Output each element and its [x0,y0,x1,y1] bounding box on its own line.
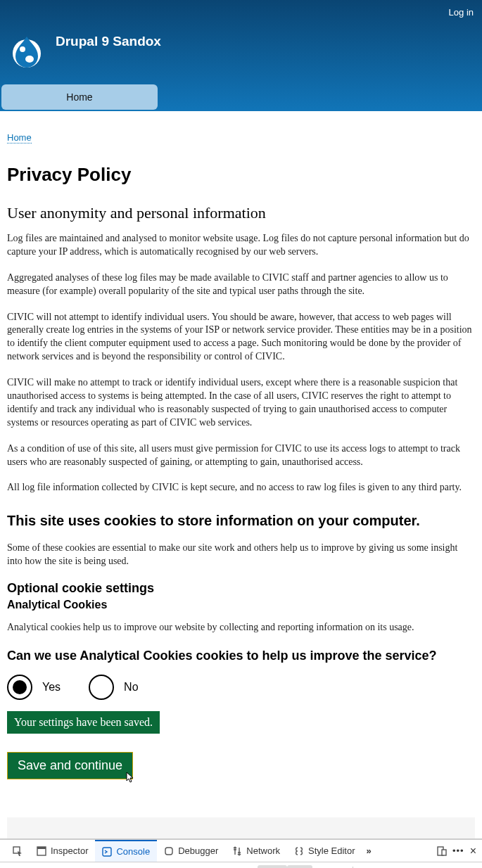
site-brand: Drupal 9 Sandox [8,28,161,69]
pill-xhr[interactable]: XHR [386,865,415,868]
tab-label: Debugger [178,845,218,856]
save-continue-button[interactable]: Save and continue [7,752,133,779]
tab-debugger[interactable]: Debugger [157,840,225,862]
paragraph: As a condition of use of this site, all … [7,442,475,469]
paragraph: Aggregated analyses of these log files m… [7,272,475,298]
tab-console[interactable]: Console [95,840,157,862]
paragraph: Analytical cookies help us to improve ou… [7,621,475,634]
tab-inspector[interactable]: Inspector [30,840,95,862]
svg-rect-9 [442,850,446,855]
debugger-icon [164,846,174,856]
tab-label: Console [116,846,150,857]
svg-point-1 [25,56,34,63]
heading-cookies: This site uses cookies to store informat… [7,513,475,529]
pill-warnings[interactable]: Warnings [211,865,258,868]
heading-analytical: Analytical Cookies [7,599,475,611]
paragraph: CIVIC will make no attempt to track or i… [7,376,475,430]
responsive-mode-icon[interactable] [437,846,447,856]
footer-placeholder [7,817,475,838]
radio-circle-icon [7,675,32,700]
cursor-pointer-icon [124,771,135,789]
heading-optional: Optional cookie settings [7,581,475,596]
devtools-panel: Inspector Console Debugger Network Style… [0,838,482,868]
pick-element-icon [13,846,23,856]
close-devtools-icon[interactable]: × [470,845,476,857]
page-title: Privacy Policy [7,164,475,186]
devtools-tabs: Inspector Console Debugger Network Style… [0,840,482,862]
pill-debug[interactable]: Debug [312,865,348,868]
pill-info[interactable]: Info [287,865,312,868]
site-name: Drupal 9 Sandox [56,34,161,49]
pill-css[interactable]: CSS [357,865,386,868]
pill-requests[interactable]: Requests [415,865,462,868]
pill-errors[interactable]: Errors [177,865,211,868]
success-message: Your settings have been saved. [7,711,160,734]
save-button-label: Save and continue [18,758,122,772]
login-link[interactable]: Log in [449,7,474,18]
nav-home-tab[interactable]: Home [1,84,158,110]
paragraph: Some of these cookies are essential to m… [7,542,475,568]
radio-yes[interactable]: Yes [7,675,61,700]
svg-rect-5 [37,847,46,849]
style-editor-icon [294,846,304,856]
radio-yes-label: Yes [42,681,61,694]
svg-rect-7 [165,848,172,855]
kebab-menu-icon[interactable]: ••• [452,845,464,856]
paragraph: All log file information collected by CI… [7,481,475,494]
radio-no-label: No [124,681,138,694]
tab-label: Style Editor [308,845,355,856]
inspector-icon [37,846,46,856]
console-filter-bar: Errors Warnings Logs Info Debug CSS XHR … [0,862,482,868]
tab-label: Inspector [51,845,88,856]
console-icon [102,847,112,857]
site-header: Log in Drupal 9 Sandox Home [0,0,482,111]
tab-style-editor[interactable]: Style Editor [287,840,362,862]
heading-anonymity: User anonymity and personal information [7,204,475,222]
radio-no[interactable]: No [89,675,138,700]
cookie-question: Can we use Analytical Cookies cookies to… [7,649,475,663]
radio-circle-icon [89,675,114,700]
paragraph: CIVIC will not attempt to identify indiv… [7,311,475,364]
main-content: Privacy Policy User anonymity and person… [0,143,482,793]
svg-point-2 [20,46,25,52]
pill-logs[interactable]: Logs [258,865,287,868]
tab-label: Network [246,845,280,856]
network-icon [232,846,242,856]
paragraph: Log files are maintained and analysed to… [7,232,475,259]
tabs-overflow-button[interactable]: » [362,845,375,856]
tab-network[interactable]: Network [225,840,287,862]
drupal-logo-icon [8,32,45,69]
pick-element-button[interactable] [6,840,30,862]
breadcrumb: Home [0,111,482,143]
radio-group: Yes No [7,675,475,700]
breadcrumb-home-link[interactable]: Home [7,132,32,143]
